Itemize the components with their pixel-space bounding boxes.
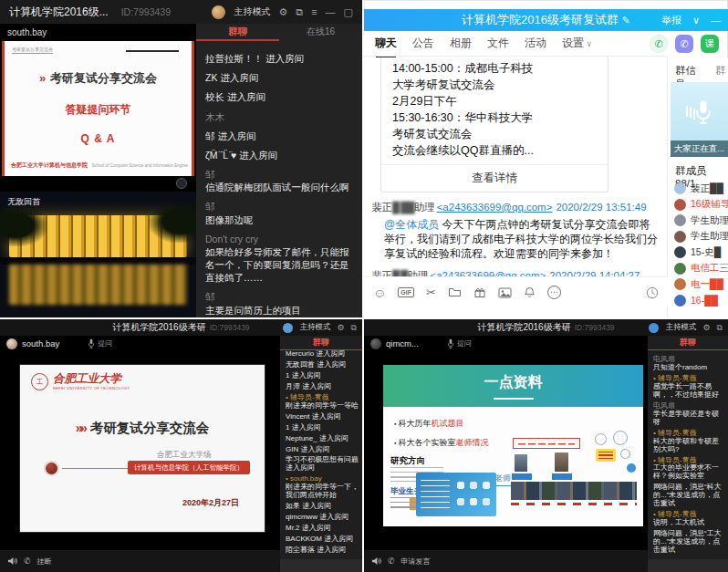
mic-status[interactable]: 提问: [447, 338, 472, 348]
view-details-button[interactable]: 查看详情: [381, 164, 608, 192]
host-avatar: [649, 323, 659, 333]
chat-input-strip[interactable]: [648, 559, 728, 572]
mic-status[interactable]: 提问: [88, 338, 112, 348]
card-line: 大学考研复试交流会: [392, 77, 597, 93]
chat-row: 月潭 进入房间: [286, 383, 359, 391]
member-row[interactable]: 学生助理: [674, 213, 728, 229]
minimize-icon[interactable]: —: [711, 15, 721, 26]
presenter-name: south.bay: [7, 27, 47, 37]
faculty-photo-art: [555, 452, 568, 472]
gif-icon[interactable]: GIF: [398, 287, 414, 297]
stream-footer: ✆ 挂断: [0, 550, 280, 572]
sender-email-link[interactable]: <a243633699@qq.com>: [437, 202, 553, 213]
call-icon[interactable]: ✆: [24, 556, 31, 566]
member-row[interactable]: 16级辅导: [674, 197, 728, 213]
chat-scroll-area[interactable]: 1 进入房间 再知 嗯嗯 辅导员-黄薇 裴导好 单杯邀明月 进入房间: [280, 350, 362, 559]
group-class-icon[interactable]: 课: [701, 35, 719, 53]
chevron-down-icon[interactable]: ∨: [692, 15, 700, 26]
history-clock-icon[interactable]: [646, 286, 659, 299]
qq-titlebar-actions: 举报 ∨ —: [661, 9, 721, 31]
settings-icon[interactable]: ⚙: [702, 324, 710, 332]
tab-group-chat[interactable]: 群聊: [648, 336, 728, 350]
water-art: [0, 257, 196, 265]
member-row[interactable]: 学生助理: [674, 229, 728, 245]
chat-scroll-area[interactable]: 电风扇 机试为啥要咆尾。。。。 周 进入房间 电风扇 这也太难了。。。。 电风扇…: [648, 350, 728, 559]
stream-chat-panel: 群聊 电风扇 机试为啥要咆尾。。。。 周 进入房间 电风扇 这也太难了。。。。: [648, 336, 728, 572]
settings-icon[interactable]: ⚙: [337, 324, 344, 332]
chat-row: BACKKOM 进入房间: [286, 536, 359, 544]
voice-call-icon[interactable]: ✆: [650, 35, 668, 53]
member-avatar: [674, 295, 686, 307]
popout-icon[interactable]: ⧉: [296, 7, 303, 17]
chat-row: qimcmww 进入房间: [286, 514, 359, 522]
chat-text: Neptune_ 进入房间: [286, 435, 359, 443]
slide-footer: 合肥工业大学计算机与信息学院 School of Computer Scienc…: [11, 154, 188, 171]
presenter-avatar: [6, 338, 17, 349]
timeline-dot: [46, 463, 57, 474]
member-row[interactable]: 15-史█: [674, 244, 728, 261]
tab-group-chat[interactable]: 群聊: [196, 24, 279, 41]
highlight-tag-art: [596, 449, 616, 462]
member-row[interactable]: 裴正██: [674, 181, 728, 197]
settings-icon[interactable]: ⚙: [278, 7, 287, 17]
speaker-icon[interactable]: [371, 556, 381, 566]
chat-text: Vincent 进入房间: [286, 413, 359, 421]
menu-icon[interactable]: ≡: [311, 7, 317, 17]
announcement-card[interactable]: 14:00-15:00：成都电子科技大学考研复试交流会2月29日下午15:30-…: [380, 57, 608, 192]
window-id: ID:7993439: [575, 323, 615, 332]
window-title: 计算机学院2016级...: [9, 5, 109, 20]
window-controls: 主持模式 ⚙ ⧉: [649, 322, 728, 333]
edit-icon[interactable]: ✎: [622, 15, 630, 26]
slide-date: 2020年2月27日: [182, 497, 239, 509]
tab-group-chat[interactable]: 群聊: [280, 336, 362, 350]
chat-text: 科大的学硕和专硕差别大吗?: [653, 438, 725, 454]
maximize-icon[interactable]: ▢: [344, 7, 353, 17]
member-row[interactable]: 电一██: [674, 276, 728, 293]
video-call-icon[interactable]: ✆: [675, 35, 693, 53]
message-time: 2020/2/29 13:51:49: [556, 202, 646, 213]
chat-row: 无敌回首 进入房间: [286, 361, 359, 369]
chat-row: south.bay 刚进来的同学等一下，我们两点钟开始: [286, 475, 359, 500]
image-icon[interactable]: [498, 287, 512, 298]
chat-text: 图像那边呢: [205, 213, 353, 226]
call-action-label[interactable]: 申请发言: [401, 556, 431, 567]
speaker-icon[interactable]: [7, 556, 17, 566]
screenshot-scissors-icon[interactable]: ✂: [426, 286, 436, 298]
group-tab[interactable]: 聊天: [375, 36, 397, 51]
member-row[interactable]: 电信工三█: [674, 261, 728, 277]
slide-banner: 一点资料: [383, 365, 643, 407]
popout-icon[interactable]: ⧉: [351, 324, 357, 332]
stream-footer: ✆ 申请发言: [364, 550, 648, 572]
report-button[interactable]: 举报: [661, 14, 681, 27]
live-broadcast-panel[interactable]: [671, 82, 728, 140]
group-tab[interactable]: 相册: [450, 36, 472, 51]
file-folder-icon[interactable]: [448, 286, 462, 298]
group-tab[interactable]: 文件: [487, 36, 509, 51]
group-tab[interactable]: 公告: [412, 36, 434, 51]
call-icon[interactable]: ✆: [388, 556, 395, 566]
minimize-icon[interactable]: —: [326, 7, 336, 17]
tab-online-count[interactable]: 在线16: [279, 24, 362, 41]
mic-icon: [88, 338, 95, 348]
at-mention[interactable]: @全体成员: [384, 218, 439, 231]
window-stream-materials: 计算机学院2016级考研ID:7993439 主持模式 ⚙ ⧉ qimcm...…: [364, 319, 728, 572]
mic-icon: [694, 99, 712, 124]
chat-row: 邹 主要是问简历上的项目: [205, 290, 353, 316]
group-tab[interactable]: 设置: [562, 36, 592, 51]
message-body: @全体成员 今天下午两点钟的考研复试分享交流会即将举行，我们请到了成都电子科技大…: [384, 217, 658, 261]
bell-icon[interactable]: [524, 286, 536, 298]
member-row[interactable]: 16-██: [674, 293, 728, 309]
emoji-icon[interactable]: ☺: [373, 286, 386, 299]
slide-hfut: 工 合肥工业大学HEFEI UNIVERSITY OF TECHNOLOGY »…: [20, 365, 265, 532]
host-mode-label: 主持模式: [665, 322, 696, 333]
chat-row: Neptune_ 进入房间: [286, 435, 359, 443]
chat-input-strip[interactable]: [280, 559, 362, 572]
gift-icon[interactable]: [473, 286, 486, 298]
card-line: 15:30-16:30：华中科技大学: [392, 109, 597, 126]
more-icon[interactable]: ⋯: [547, 286, 561, 299]
popout-icon[interactable]: ⧉: [717, 324, 723, 332]
group-tab[interactable]: 活动: [525, 36, 546, 51]
call-action-label[interactable]: 挂断: [37, 556, 52, 567]
chat-row: ZK 进入房间: [205, 71, 353, 84]
name-tag-art: [552, 473, 572, 480]
